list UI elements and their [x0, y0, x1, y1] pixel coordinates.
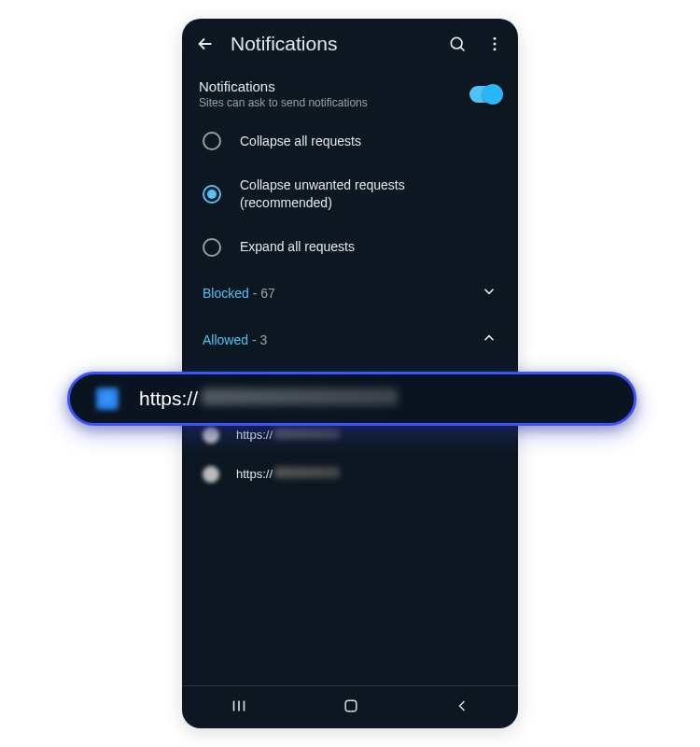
radio-label: Expand all requests: [240, 238, 355, 256]
radio-option-collapse-unwanted[interactable]: Collapse unwanted requests (recommended): [199, 163, 501, 225]
svg-point-3: [494, 48, 497, 50]
highlighted-site-url: https://: [139, 388, 398, 410]
search-button[interactable]: [445, 32, 469, 56]
home-icon: [342, 697, 360, 715]
more-vert-icon: [485, 35, 504, 53]
page-title: Notifications: [231, 33, 432, 55]
master-toggle-title: Notifications: [199, 78, 368, 94]
site-url: https://: [236, 467, 340, 481]
svg-point-0: [451, 37, 462, 49]
svg-point-2: [494, 43, 497, 46]
search-icon: [448, 35, 467, 53]
radio-icon: [203, 132, 221, 150]
back-nav-button[interactable]: [453, 697, 471, 719]
app-bar: Notifications: [182, 19, 518, 65]
radio-icon: [203, 238, 221, 257]
radio-label: Collapse all requests: [240, 133, 361, 150]
master-toggle-subtitle: Sites can ask to send notifications: [199, 96, 368, 109]
favicon-icon: [203, 427, 219, 444]
allowed-site-3[interactable]: https://: [199, 455, 501, 494]
home-button[interactable]: [342, 697, 360, 719]
master-toggle-row[interactable]: Notifications Sites can ask to send noti…: [199, 75, 501, 119]
favicon-icon: [96, 388, 119, 410]
content-area: Notifications Sites can ask to send noti…: [182, 65, 518, 494]
recent-apps-button[interactable]: [229, 696, 249, 720]
back-button[interactable]: [193, 32, 217, 56]
highlighted-site-row[interactable]: https://: [67, 372, 637, 426]
overflow-menu-button[interactable]: [483, 32, 507, 56]
allowed-label: Allowed - 3: [203, 332, 267, 347]
favicon-icon: [203, 466, 219, 483]
back-arrow-icon: [195, 34, 216, 54]
site-url: https://: [236, 428, 340, 442]
svg-point-1: [494, 37, 497, 40]
radio-label: Collapse unwanted requests (recommended): [240, 176, 497, 212]
chevron-up-icon: [481, 330, 497, 350]
android-nav-bar: [182, 685, 518, 728]
svg-rect-4: [345, 700, 357, 712]
radio-option-collapse-all[interactable]: Collapse all requests: [199, 119, 501, 163]
chevron-down-icon: [481, 283, 497, 303]
radio-icon: [203, 185, 221, 204]
allowed-section-header[interactable]: Allowed - 3: [199, 317, 501, 363]
recent-icon: [229, 696, 249, 716]
back-icon: [453, 697, 471, 715]
blocked-label: Blocked - 67: [203, 286, 275, 301]
master-toggle-switch[interactable]: [469, 86, 501, 103]
blocked-section-header[interactable]: Blocked - 67: [199, 270, 501, 317]
master-toggle-text: Notifications Sites can ask to send noti…: [199, 78, 368, 109]
radio-option-expand-all[interactable]: Expand all requests: [199, 225, 501, 270]
